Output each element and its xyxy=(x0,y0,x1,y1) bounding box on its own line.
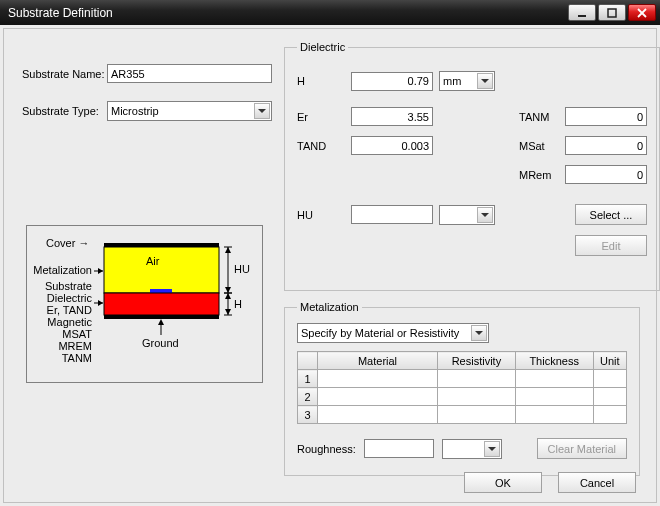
tand-input[interactable] xyxy=(351,136,433,155)
svg-marker-23 xyxy=(225,293,231,299)
edit-button: Edit xyxy=(575,235,647,256)
diagram-ertand-label: Er, TAND xyxy=(47,304,92,316)
svg-marker-12 xyxy=(98,300,103,306)
cancel-button[interactable]: Cancel xyxy=(558,472,636,493)
svg-rect-1 xyxy=(608,9,616,17)
diagram-tanm-label: TANM xyxy=(62,352,92,364)
svg-rect-8 xyxy=(104,315,219,319)
dialog-window: Substrate Definition Substrate Name: Sub… xyxy=(0,0,660,506)
msat-input[interactable] xyxy=(565,136,647,155)
diagram-air-label: Air xyxy=(146,255,159,267)
diagram-mrem-label: MREM xyxy=(58,340,92,352)
dielectric-fieldset: Dielectric H mm Er TANM TAND xyxy=(284,41,660,291)
diagram-msat-label: MSAT xyxy=(62,328,92,340)
svg-marker-19 xyxy=(225,287,231,293)
roughness-label: Roughness: xyxy=(297,443,356,455)
diagram-metalization-label: Metalization xyxy=(33,264,92,276)
mrem-label: MRem xyxy=(519,169,559,181)
svg-rect-4 xyxy=(104,243,219,247)
table-row[interactable]: 1 xyxy=(298,370,627,388)
metalization-legend: Metalization xyxy=(297,301,362,313)
substrate-type-row: Substrate Type: Microstrip xyxy=(22,101,272,121)
chevron-down-icon xyxy=(477,207,493,223)
svg-marker-10 xyxy=(98,268,103,274)
svg-marker-14 xyxy=(158,319,164,325)
substrate-type-label: Substrate Type: xyxy=(22,105,107,117)
hu-unit-select[interactable] xyxy=(439,205,495,225)
substrate-diagram: Cover → Metalization Substrate Dielectri… xyxy=(26,225,263,383)
metalization-mode-select[interactable]: Specify by Material or Resistivity xyxy=(297,323,489,343)
table-row[interactable]: 3 xyxy=(298,406,627,424)
select-button[interactable]: Select ... xyxy=(575,204,647,225)
hu-input[interactable] xyxy=(351,205,433,224)
chevron-down-icon xyxy=(477,73,493,89)
hu-label: HU xyxy=(297,209,345,221)
client-area: Substrate Name: Substrate Type: Microstr… xyxy=(3,28,657,503)
msat-label: MSat xyxy=(519,140,559,152)
svg-rect-6 xyxy=(150,289,172,293)
maximize-button[interactable] xyxy=(598,4,626,21)
substrate-name-label: Substrate Name: xyxy=(22,68,107,80)
metalization-fieldset: Metalization Specify by Material or Resi… xyxy=(284,301,640,476)
h-input[interactable] xyxy=(351,72,433,91)
ok-button[interactable]: OK xyxy=(464,472,542,493)
tanm-label: TANM xyxy=(519,111,559,123)
diagram-svg xyxy=(94,235,256,370)
diagram-magnetic-label: Magnetic xyxy=(47,316,92,328)
substrate-name-row: Substrate Name: xyxy=(22,64,272,83)
tanm-input[interactable] xyxy=(565,107,647,126)
svg-rect-5 xyxy=(104,247,219,293)
col-resistivity: Resistivity xyxy=(438,352,516,370)
clear-material-button: Clear Material xyxy=(537,438,627,459)
chevron-down-icon xyxy=(254,103,270,119)
diagram-dielectric-label: Dielectric xyxy=(47,292,92,304)
diagram-substrate-label: Substrate xyxy=(45,280,92,292)
minimize-button[interactable] xyxy=(568,4,596,21)
diagram-cover-label: Cover → xyxy=(46,237,89,249)
svg-marker-18 xyxy=(225,247,231,253)
metalization-mode-value: Specify by Material or Resistivity xyxy=(301,327,459,339)
diagram-h-label: H xyxy=(234,298,242,310)
roughness-input[interactable] xyxy=(364,439,434,458)
h-unit-value: mm xyxy=(443,75,461,87)
window-buttons xyxy=(568,4,656,21)
mrem-input[interactable] xyxy=(565,165,647,184)
tand-label: TAND xyxy=(297,140,345,152)
er-label: Er xyxy=(297,111,345,123)
dialog-buttons: OK Cancel xyxy=(464,472,636,493)
chevron-down-icon xyxy=(484,441,500,457)
titlebar: Substrate Definition xyxy=(0,0,660,25)
col-unit: Unit xyxy=(593,352,626,370)
col-thickness: Thickness xyxy=(515,352,593,370)
table-row[interactable]: 2 xyxy=(298,388,627,406)
chevron-down-icon xyxy=(471,325,487,341)
h-unit-select[interactable]: mm xyxy=(439,71,495,91)
substrate-type-value: Microstrip xyxy=(111,105,159,117)
svg-rect-7 xyxy=(104,293,219,315)
substrate-name-input[interactable] xyxy=(107,64,272,83)
svg-rect-0 xyxy=(578,15,586,17)
col-material: Material xyxy=(318,352,438,370)
window-title: Substrate Definition xyxy=(8,6,568,20)
diagram-hu-label: HU xyxy=(234,263,250,275)
substrate-type-select[interactable]: Microstrip xyxy=(107,101,272,121)
metalization-table: Material Resistivity Thickness Unit 1 2 xyxy=(297,351,627,424)
er-input[interactable] xyxy=(351,107,433,126)
roughness-unit-select[interactable] xyxy=(442,439,502,459)
close-button[interactable] xyxy=(628,4,656,21)
left-column: Substrate Name: Substrate Type: Microstr… xyxy=(22,64,272,139)
svg-marker-24 xyxy=(225,309,231,315)
diagram-ground-label: Ground xyxy=(142,337,179,349)
dielectric-legend: Dielectric xyxy=(297,41,348,53)
h-label: H xyxy=(297,75,345,87)
